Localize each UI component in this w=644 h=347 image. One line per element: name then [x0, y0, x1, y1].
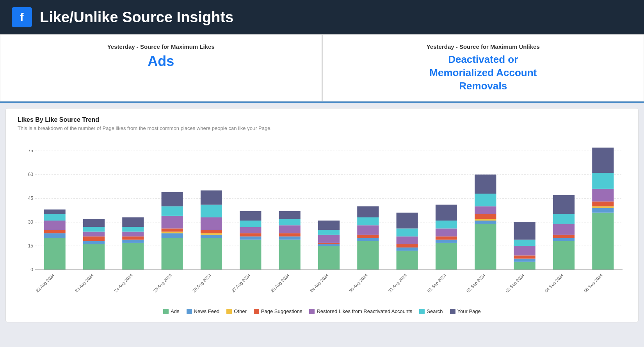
legend-color — [450, 309, 455, 314]
svg-rect-110 — [553, 214, 575, 224]
svg-rect-58 — [279, 233, 301, 237]
svg-rect-28 — [122, 237, 144, 240]
max-likes-card: Yesterday - Source for Maximum Likes Ads — [0, 34, 322, 101]
svg-rect-43 — [201, 233, 222, 235]
svg-rect-72 — [357, 235, 379, 238]
bar-chart: 0153045607522 Aug 202423 Aug 202424 Aug … — [18, 139, 626, 303]
svg-rect-108 — [553, 235, 575, 238]
svg-text:04 Sep 2024: 04 Sep 2024 — [544, 273, 564, 294]
legend-color — [309, 309, 315, 314]
svg-text:31 Aug 2024: 31 Aug 2024 — [387, 273, 407, 293]
svg-rect-94 — [475, 214, 496, 219]
svg-rect-16 — [44, 214, 66, 221]
facebook-icon: f — [12, 7, 32, 27]
chart-legend: AdsNews FeedOtherPage SuggestionsRestore… — [18, 308, 626, 314]
svg-rect-45 — [201, 217, 222, 230]
svg-rect-68 — [318, 221, 340, 230]
svg-text:22 Aug 2024: 22 Aug 2024 — [35, 273, 55, 293]
chart-section: Likes By Like Source Trend This is a bre… — [5, 108, 639, 322]
svg-rect-86 — [436, 237, 457, 240]
svg-text:30: 30 — [28, 220, 34, 225]
max-likes-label: Yesterday - Source for Maximum Likes — [8, 43, 314, 50]
svg-rect-53 — [240, 221, 261, 227]
chart-wrapper: 0153045607522 Aug 202423 Aug 202424 Aug … — [18, 139, 626, 304]
summary-row: Yesterday - Source for Maximum Likes Ads… — [0, 34, 644, 103]
svg-rect-77 — [397, 251, 418, 270]
svg-rect-92 — [475, 221, 496, 224]
svg-rect-26 — [122, 243, 144, 270]
svg-rect-104 — [514, 222, 535, 240]
svg-rect-15 — [44, 221, 66, 230]
svg-rect-66 — [318, 235, 340, 243]
chart-title: Likes By Like Source Trend — [18, 116, 626, 123]
svg-rect-91 — [475, 224, 496, 270]
svg-rect-13 — [44, 233, 66, 238]
svg-text:60: 60 — [28, 172, 34, 178]
svg-rect-101 — [514, 256, 535, 259]
legend-label: Ads — [171, 308, 179, 314]
svg-rect-71 — [357, 238, 379, 241]
svg-rect-41 — [201, 238, 222, 270]
svg-rect-57 — [279, 237, 301, 240]
svg-rect-27 — [122, 240, 144, 243]
legend-color — [163, 309, 169, 314]
svg-rect-111 — [553, 195, 575, 214]
legend-item: Page Suggestions — [254, 308, 302, 314]
svg-rect-35 — [162, 232, 183, 233]
page-title: Like/Unlike Source Insights — [40, 9, 233, 26]
svg-rect-87 — [436, 229, 457, 237]
svg-rect-79 — [397, 244, 418, 247]
svg-rect-21 — [83, 237, 105, 241]
svg-rect-22 — [83, 232, 105, 237]
svg-rect-73 — [357, 226, 379, 235]
svg-rect-37 — [162, 216, 183, 229]
svg-rect-118 — [592, 173, 614, 189]
svg-text:05 Sep 2024: 05 Sep 2024 — [583, 273, 604, 294]
svg-rect-114 — [592, 208, 614, 213]
svg-rect-60 — [279, 219, 301, 225]
svg-rect-23 — [83, 227, 105, 232]
svg-rect-34 — [162, 233, 183, 238]
svg-rect-102 — [514, 246, 535, 255]
svg-rect-81 — [397, 229, 418, 237]
svg-rect-52 — [240, 227, 261, 233]
svg-text:03 Sep 2024: 03 Sep 2024 — [505, 273, 525, 294]
legend-label: Your Page — [457, 308, 481, 314]
svg-rect-93 — [475, 219, 496, 221]
svg-rect-95 — [475, 206, 496, 214]
svg-rect-65 — [318, 243, 340, 244]
svg-rect-74 — [357, 217, 379, 225]
svg-rect-115 — [592, 206, 614, 208]
svg-rect-85 — [436, 240, 457, 243]
legend-label: Search — [427, 308, 443, 314]
svg-rect-30 — [122, 227, 144, 232]
svg-rect-51 — [240, 233, 261, 237]
svg-rect-84 — [436, 243, 457, 270]
legend-item: Ads — [163, 308, 179, 314]
svg-rect-54 — [240, 211, 261, 221]
svg-rect-64 — [318, 244, 340, 246]
svg-rect-63 — [318, 246, 340, 270]
svg-rect-29 — [122, 232, 144, 237]
svg-rect-103 — [514, 240, 535, 246]
svg-text:75: 75 — [28, 148, 34, 154]
max-unlikes-card: Yesterday - Source for Maximum Unlikes D… — [322, 34, 644, 101]
svg-rect-78 — [397, 248, 418, 251]
svg-rect-20 — [83, 241, 105, 244]
svg-text:01 Sep 2024: 01 Sep 2024 — [426, 273, 447, 294]
svg-rect-14 — [44, 230, 66, 233]
svg-rect-88 — [436, 221, 457, 228]
svg-rect-38 — [162, 206, 183, 216]
svg-rect-19 — [83, 244, 105, 270]
chart-subtitle: This is a breakdown of the number of Pag… — [18, 125, 626, 131]
svg-rect-33 — [162, 238, 183, 270]
legend-item: Restored Likes from Reactivated Accounts — [309, 308, 412, 314]
svg-rect-12 — [44, 238, 66, 270]
svg-rect-59 — [279, 226, 301, 233]
svg-text:23 Aug 2024: 23 Aug 2024 — [74, 273, 94, 293]
svg-rect-113 — [592, 213, 614, 270]
svg-rect-89 — [436, 205, 457, 221]
svg-text:30 Aug 2024: 30 Aug 2024 — [348, 273, 368, 293]
svg-text:25 Aug 2024: 25 Aug 2024 — [152, 273, 173, 293]
max-likes-value: Ads — [8, 53, 314, 69]
